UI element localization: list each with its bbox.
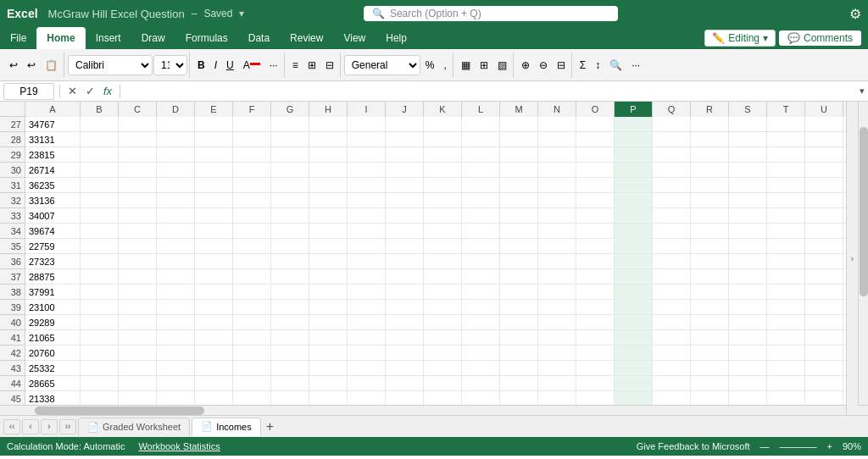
cell-I34[interactable]	[348, 224, 386, 239]
cancel-formula-icon[interactable]: ✕	[65, 85, 80, 97]
cell-D34[interactable]	[157, 224, 195, 239]
cell-H30[interactable]	[309, 163, 348, 178]
find-select-button[interactable]: 🔍	[605, 54, 626, 76]
cell-P38[interactable]	[615, 285, 653, 300]
delete-cells-button[interactable]: ⊖	[535, 54, 552, 76]
cell-P45[interactable]	[615, 391, 653, 405]
cell-E44[interactable]	[195, 376, 233, 391]
cell-I33[interactable]	[348, 208, 386, 224]
undo-button[interactable]: ↩	[5, 54, 22, 76]
cell-K40[interactable]	[424, 315, 462, 330]
cell-I28[interactable]	[348, 132, 386, 147]
cell-N44[interactable]	[538, 376, 576, 391]
cell-I40[interactable]	[348, 315, 386, 330]
cell-F45[interactable]	[233, 391, 271, 405]
cell-H34[interactable]	[309, 224, 348, 239]
cell-D29[interactable]	[157, 147, 195, 163]
merge-center-button[interactable]: ⊞	[303, 54, 320, 76]
cell-E27[interactable]	[195, 117, 233, 132]
cell-R36[interactable]	[691, 254, 729, 269]
cell-I38[interactable]	[348, 285, 386, 300]
cell-R43[interactable]	[691, 361, 729, 376]
cell-J41[interactable]	[386, 330, 424, 346]
cell-G40[interactable]	[271, 315, 309, 330]
cell-H41[interactable]	[309, 330, 348, 346]
col-header-j[interactable]: J	[386, 102, 424, 117]
cell-M27[interactable]	[500, 117, 538, 132]
cell-I32[interactable]	[348, 193, 386, 208]
cell-G45[interactable]	[271, 391, 309, 405]
cell-U41[interactable]	[805, 330, 843, 346]
cell-M36[interactable]	[500, 254, 538, 269]
cell-B39[interactable]	[81, 300, 119, 315]
cell-U33[interactable]	[805, 208, 843, 224]
cell-O29[interactable]	[576, 147, 615, 163]
cell-N40[interactable]	[538, 315, 576, 330]
cell-O37[interactable]	[576, 269, 615, 285]
col-header-b[interactable]: B	[81, 102, 119, 117]
cell-J36[interactable]	[386, 254, 424, 269]
cell-A33[interactable]: 34007	[25, 208, 81, 224]
cell-T28[interactable]	[767, 132, 805, 147]
cell-Q38[interactable]	[653, 285, 691, 300]
cell-K29[interactable]	[424, 147, 462, 163]
cell-K35[interactable]	[424, 239, 462, 254]
cell-U43[interactable]	[805, 361, 843, 376]
cell-Q44[interactable]	[653, 376, 691, 391]
cell-S39[interactable]	[729, 300, 767, 315]
col-header-q[interactable]: Q	[653, 102, 691, 117]
editing-mode-btn[interactable]: ✏️ Editing ▾	[704, 30, 776, 47]
cell-O35[interactable]	[576, 239, 615, 254]
cell-U28[interactable]	[805, 132, 843, 147]
cell-A45[interactable]: 21338	[25, 391, 81, 405]
format-as-table-button[interactable]: ⊞	[476, 54, 492, 76]
workbook-stats-label[interactable]: Workbook Statistics	[138, 441, 220, 451]
cell-J42[interactable]	[386, 346, 424, 361]
cell-O32[interactable]	[576, 193, 615, 208]
cell-F40[interactable]	[233, 315, 271, 330]
cell-G28[interactable]	[271, 132, 309, 147]
cell-B42[interactable]	[81, 346, 119, 361]
cell-U34[interactable]	[805, 224, 843, 239]
cell-P34[interactable]	[615, 224, 653, 239]
cell-U32[interactable]	[805, 193, 843, 208]
cell-E42[interactable]	[195, 346, 233, 361]
cell-H42[interactable]	[309, 346, 348, 361]
cell-F43[interactable]	[233, 361, 271, 376]
cell-Q29[interactable]	[653, 147, 691, 163]
cell-R41[interactable]	[691, 330, 729, 346]
cell-L44[interactable]	[462, 376, 500, 391]
cell-P41[interactable]	[615, 330, 653, 346]
cell-D36[interactable]	[157, 254, 195, 269]
italic-button[interactable]: I	[210, 54, 221, 76]
settings-icon[interactable]: ⚙	[849, 6, 861, 22]
cell-C38[interactable]	[119, 285, 157, 300]
cell-E33[interactable]	[195, 208, 233, 224]
zoom-increase-icon[interactable]: +	[827, 441, 832, 451]
cell-D42[interactable]	[157, 346, 195, 361]
cell-U31[interactable]	[805, 178, 843, 193]
cell-N39[interactable]	[538, 300, 576, 315]
cell-E45[interactable]	[195, 391, 233, 405]
cell-D40[interactable]	[157, 315, 195, 330]
cell-L29[interactable]	[462, 147, 500, 163]
cell-R34[interactable]	[691, 224, 729, 239]
cell-S34[interactable]	[729, 224, 767, 239]
cell-S37[interactable]	[729, 269, 767, 285]
more-editing-button[interactable]: ···	[627, 54, 644, 76]
cell-O34[interactable]	[576, 224, 615, 239]
cell-Q32[interactable]	[653, 193, 691, 208]
col-header-h[interactable]: H	[309, 102, 348, 117]
cell-N43[interactable]	[538, 361, 576, 376]
cell-S28[interactable]	[729, 132, 767, 147]
cell-G41[interactable]	[271, 330, 309, 346]
cell-E32[interactable]	[195, 193, 233, 208]
cell-T32[interactable]	[767, 193, 805, 208]
cell-T44[interactable]	[767, 376, 805, 391]
cell-A44[interactable]: 28665	[25, 376, 81, 391]
cell-E43[interactable]	[195, 361, 233, 376]
cell-I39[interactable]	[348, 300, 386, 315]
cell-A28[interactable]: 33131	[25, 132, 81, 147]
cell-L28[interactable]	[462, 132, 500, 147]
col-header-i[interactable]: I	[348, 102, 386, 117]
